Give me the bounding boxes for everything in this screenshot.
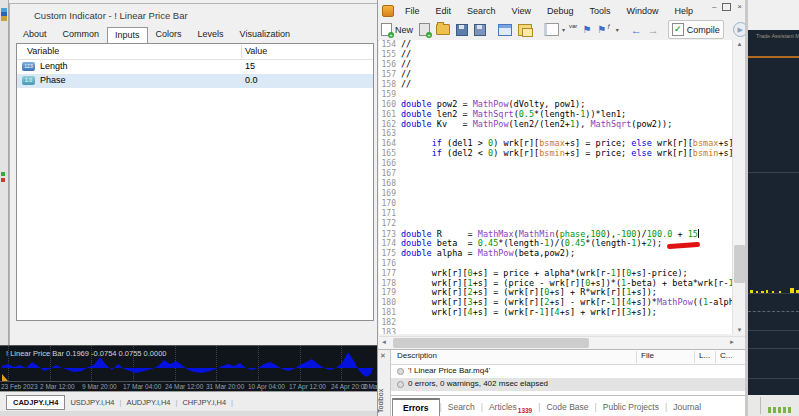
cascade-windows-button[interactable] (515, 22, 535, 38)
line-number: 170 (379, 199, 396, 209)
dialog-tab-strip: AboutCommonInputsColorsLevelsVisualizati… (15, 26, 298, 43)
indicator-chart-window[interactable]: ! Linear Price Bar 0.1969 -0.0754 0.0755… (0, 345, 377, 392)
background-statusbar (748, 395, 799, 416)
function-label: ƒ (607, 23, 610, 29)
chart-tab-audjpy-i-h4[interactable]: AUDJPY.i,H4 (121, 398, 175, 407)
dialog-title: Custom Indicator - ! Linear Price Bar (34, 10, 188, 21)
axis-label: 17 Apr 12:00 (289, 383, 326, 390)
code-line: 182 (379, 318, 732, 328)
toolbar: + New + ▾ var ⚑ ⚑ ƒ ▾ (378, 19, 746, 41)
scroll-right-arrow-icon[interactable]: ► (729, 339, 735, 345)
horizontal-scrollbar[interactable]: ◄ ► (379, 336, 745, 349)
menu-tools[interactable]: Tools (581, 4, 618, 18)
chart-tab-chfjpy-i-h4[interactable]: CHFJPY.i,H4 (177, 398, 231, 407)
text-caret (698, 229, 699, 238)
toolbox-tab-code-base[interactable]: Code Base (540, 402, 594, 412)
styler-button[interactable]: ▾ (541, 21, 568, 38)
debug-play-button[interactable]: ▶ (730, 20, 746, 39)
toggle-navigator-button[interactable] (495, 22, 515, 38)
axis-label: 2 Mar 12:00 (40, 383, 75, 390)
line-number: 173 (379, 230, 396, 239)
code-line: 163 (379, 129, 732, 139)
restore-button[interactable] (722, 3, 731, 11)
chart-tab-bar: CADJPY.i,H4USDJPY.i,H4|AUDJPY.i,H4|CHFJP… (0, 391, 377, 412)
line-number: 176 (379, 259, 396, 269)
new-project-button[interactable]: + (416, 21, 433, 38)
chevron-down-icon: ▾ (562, 26, 565, 33)
vertical-scrollbar[interactable]: ▲ ▼ (732, 40, 746, 334)
panel-divider (748, 378, 799, 379)
toolbox-tab-errors[interactable]: Errors (392, 398, 440, 416)
variable-column-header: Variable (27, 46, 59, 56)
metaeditor-window: FileEditSearchViewDebugToolsWindowHelp –… (377, 0, 746, 416)
new-file-button[interactable]: + New (378, 21, 416, 38)
goto-variable-button[interactable]: var ⚑ (568, 23, 594, 37)
code-line: 173double R = MathMax(MathMin(phase,100)… (379, 229, 732, 239)
line-number: 181 (379, 308, 396, 318)
dialog-tab-levels[interactable]: Levels (190, 26, 232, 43)
code-line: 155// (379, 50, 732, 60)
toolbox-row[interactable]: 0 errors, 0 warnings, 402 msec elapsed (391, 378, 746, 391)
code-line: 177 wrk[r][0+s] = price + alpha*(wrk[r-1… (379, 269, 732, 279)
code-line: 157// (379, 70, 732, 80)
chevron-down-icon: ▾ (616, 26, 619, 33)
axis-label: 9 Mar 20:00 (82, 383, 117, 390)
table-row[interactable]: 1.0Phase0.0 (17, 74, 373, 88)
toolbox-close-icon[interactable]: ✕ (380, 352, 386, 360)
menu-debug[interactable]: Debug (539, 4, 582, 18)
column-divider (636, 351, 637, 363)
dialog-tab-common[interactable]: Common (55, 26, 108, 43)
menu-search[interactable]: Search (459, 4, 504, 18)
goto-function-button[interactable]: ⚑ ƒ ▾ (594, 23, 621, 37)
code-line: 172 (379, 219, 732, 229)
toolbox-tab-public-projects[interactable]: Public Projects (597, 402, 665, 412)
code-line: 158// (379, 80, 732, 90)
axis-label: 2 May (363, 383, 377, 390)
tab-separator: | (231, 398, 233, 407)
inputs-table: Variable Value 123Length151.0Phase0.0 (16, 43, 374, 321)
menu-edit[interactable]: Edit (428, 4, 460, 18)
minimize-button[interactable]: – (712, 2, 716, 11)
navigate-back-button[interactable]: ← (628, 23, 645, 37)
code-line: 180 wrk[r][3+s] = (wrk[r][2+s] - wrk[r-1… (379, 298, 732, 308)
line-number: 182 (379, 318, 396, 328)
menu-help[interactable]: Help (666, 4, 701, 18)
chart-tab-usdjpy-i-h4[interactable]: USDJPY.i,H4 (65, 398, 119, 407)
navigator-panel-icon (498, 24, 512, 36)
code-line: 183 (379, 328, 732, 334)
menu-view[interactable]: View (504, 4, 539, 18)
menu-window[interactable]: Window (618, 4, 666, 18)
save-all-button[interactable] (471, 22, 489, 38)
dialog-tab-visualization[interactable]: Visualization (232, 26, 298, 43)
styler-icon (544, 23, 559, 36)
toolbox-tab-journal[interactable]: Journal (667, 402, 707, 412)
horizontal-scrollbar-thumb[interactable] (393, 338, 589, 348)
vertical-scrollbar-thumb[interactable] (734, 245, 745, 283)
toolbox-row-text: '! Linear Price Bar.mq4' (408, 366, 490, 375)
code-editor[interactable]: 154//155//156//157//158//159160double po… (379, 40, 732, 334)
open-button[interactable] (433, 22, 453, 37)
code-line: 159 (379, 90, 732, 100)
close-button[interactable]: × (737, 2, 742, 11)
line-number: 154 (379, 40, 396, 50)
dialog-tab-inputs[interactable]: Inputs (107, 27, 148, 44)
chart-tab-cadjpy-i-h4[interactable]: CADJPY.i,H4 (6, 395, 65, 410)
menu-bar: FileEditSearchViewDebugToolsWindowHelp –… (378, 2, 746, 19)
table-row[interactable]: 123Length15 (17, 60, 373, 74)
dialog-tab-about[interactable]: About (15, 26, 55, 43)
toolbox-row[interactable]: '! Linear Price Bar.mq4' (391, 365, 746, 378)
line-number: 157 (379, 70, 396, 80)
code-line: 178 wrk[r][1+s] = (price - wrk[r][0+s])*… (379, 279, 732, 289)
code-line: 156// (379, 60, 732, 70)
menu-file[interactable]: File (397, 4, 428, 18)
dialog-tab-colors[interactable]: Colors (148, 26, 190, 43)
forward-arrow-icon: → (648, 25, 659, 35)
line-number: 177 (379, 269, 396, 279)
save-button[interactable] (453, 22, 471, 38)
navigate-forward-button[interactable]: → (645, 23, 662, 37)
variable-name: Length (40, 61, 68, 71)
toolbox-tab-articles[interactable]: Articles1339 (483, 402, 538, 412)
compile-button[interactable]: ✓ Compile (668, 20, 724, 39)
toolbox-tab-search[interactable]: Search (442, 402, 481, 412)
scroll-left-arrow-icon[interactable]: ◄ (381, 339, 387, 345)
